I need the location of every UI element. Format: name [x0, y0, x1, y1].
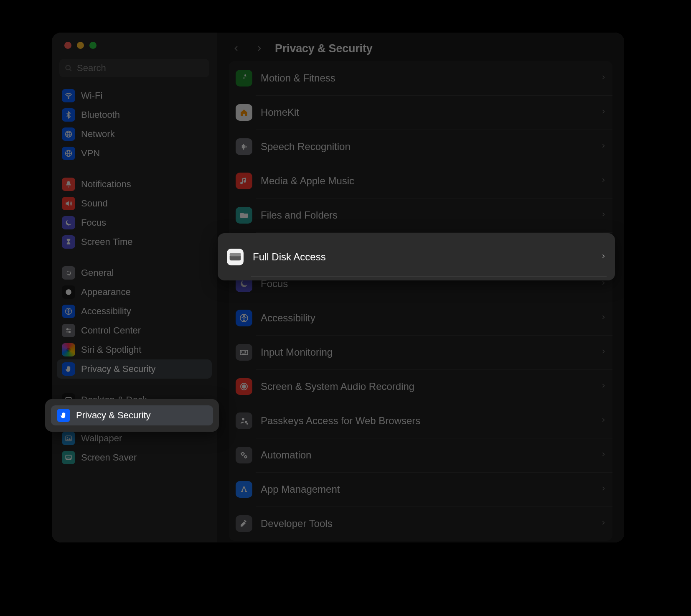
sidebar-item-label: General	[81, 268, 114, 277]
sidebar-item-privacy[interactable]: Privacy & Security	[57, 359, 212, 379]
hourglass-icon	[62, 235, 75, 249]
row-accessibility[interactable]: Accessibility	[229, 301, 612, 335]
page-title: Privacy & Security	[275, 42, 373, 55]
chevron-right-icon	[601, 484, 606, 494]
svg-point-26	[242, 385, 246, 388]
svg-rect-32	[230, 253, 241, 256]
sidebar-item-screentime[interactable]: Screen Time	[57, 232, 212, 252]
wallpaper-icon	[62, 432, 75, 445]
highlight-row-label: Full Disk Access	[253, 251, 601, 263]
sidebar-item-label: Focus	[81, 218, 106, 227]
forward-button[interactable]	[252, 42, 266, 55]
row-homekit[interactable]: HomeKit	[229, 95, 612, 130]
gears-icon	[236, 447, 252, 463]
settings-window: Wi-Fi Bluetooth Network VPN	[52, 33, 624, 542]
bluetooth-icon	[62, 108, 75, 122]
back-button[interactable]	[230, 42, 243, 55]
zoom-window-button[interactable]	[89, 42, 97, 49]
row-label: Files and Folders	[261, 209, 601, 221]
chevron-right-icon	[601, 416, 606, 426]
folder-icon	[236, 207, 252, 224]
chevron-right-icon	[601, 519, 606, 529]
svg-point-19	[244, 74, 246, 76]
sidebar-item-label: Screen Saver	[81, 453, 137, 462]
row-motion-fitness[interactable]: Motion & Fitness	[229, 61, 612, 95]
row-developer-tools[interactable]: Developer Tools	[229, 507, 612, 541]
svg-point-23	[243, 316, 244, 317]
waveform-icon	[236, 138, 252, 155]
row-speech-recognition[interactable]: Speech Recognition	[229, 130, 612, 164]
sidebar-item-screensaver[interactable]: Screen Saver	[57, 448, 212, 467]
row-screen-recording[interactable]: Screen & System Audio Recording	[229, 369, 612, 404]
search-input[interactable]	[77, 63, 204, 74]
row-label: Developer Tools	[261, 518, 601, 529]
sidebar-item-label: Wallpaper	[81, 434, 122, 443]
sliders-icon	[62, 324, 75, 337]
record-icon	[236, 378, 252, 395]
hand-icon	[57, 409, 70, 422]
window-controls	[52, 39, 217, 59]
sidebar-item-accessibility[interactable]: Accessibility	[57, 302, 212, 321]
chevron-right-icon	[601, 210, 606, 220]
chevron-right-icon	[601, 107, 606, 117]
speaker-icon	[62, 197, 75, 210]
sidebar-item-siri[interactable]: Siri & Spotlight	[57, 340, 212, 359]
person-key-icon	[236, 412, 252, 429]
row-app-management[interactable]: App Management	[229, 472, 612, 507]
row-label: Passkeys Access for Web Browsers	[261, 415, 601, 427]
search-field[interactable]	[59, 59, 209, 77]
chevron-right-icon	[601, 176, 606, 186]
sidebar-item-label: Sound	[81, 199, 108, 208]
row-label: App Management	[261, 484, 601, 495]
svg-point-27	[242, 418, 244, 420]
sidebar-item-label: Accessibility	[81, 307, 131, 316]
row-label: Motion & Fitness	[261, 72, 601, 84]
content-header: Privacy & Security	[217, 33, 624, 61]
hand-icon	[62, 362, 75, 376]
sidebar-item-notifications[interactable]: Notifications	[57, 175, 212, 194]
sidebar-item-label: Network	[81, 130, 115, 139]
chevron-right-icon	[601, 313, 606, 323]
svg-point-12	[66, 348, 71, 352]
close-window-button[interactable]	[64, 42, 71, 49]
sidebar-item-label: Notifications	[81, 180, 131, 189]
row-input-monitoring[interactable]: Input Monitoring	[229, 335, 612, 369]
minimize-window-button[interactable]	[77, 42, 84, 49]
highlight-sidebar-privacy: Privacy & Security	[45, 399, 219, 432]
music-note-icon	[236, 173, 252, 189]
screensaver-icon	[62, 451, 75, 464]
sidebar-item-label: Screen Time	[81, 237, 133, 247]
sidebar-item-vpn[interactable]: VPN	[57, 144, 212, 163]
sidebar-item-label: Siri & Spotlight	[81, 345, 141, 354]
row-media-apple-music[interactable]: Media & Apple Music	[229, 164, 612, 198]
disk-icon	[227, 249, 244, 265]
svg-point-11	[69, 331, 70, 333]
wifi-icon	[62, 89, 75, 102]
chevron-right-icon	[601, 382, 606, 392]
sidebar-item-sound[interactable]: Sound	[57, 194, 212, 213]
svg-point-30	[245, 456, 247, 458]
sidebar-item-focus[interactable]: Focus	[57, 213, 212, 232]
appearance-icon	[62, 285, 75, 299]
sidebar-item-network[interactable]: Network	[57, 125, 212, 144]
row-label: Accessibility	[261, 312, 601, 324]
row-passkeys[interactable]: Passkeys Access for Web Browsers	[229, 404, 612, 438]
svg-point-0	[66, 65, 70, 70]
chevron-right-icon	[601, 73, 606, 83]
svg-point-10	[67, 328, 68, 330]
sidebar-item-wifi[interactable]: Wi-Fi	[57, 86, 212, 105]
row-label: Media & Apple Music	[261, 175, 601, 187]
row-automation[interactable]: Automation	[229, 438, 612, 472]
sidebar-item-appearance[interactable]: Appearance	[57, 283, 212, 302]
svg-point-17	[67, 437, 68, 438]
sidebar-item-controlcenter[interactable]: Control Center	[57, 321, 212, 340]
row-files-folders[interactable]: Files and Folders	[229, 198, 612, 232]
row-label: Speech Recognition	[261, 141, 601, 153]
sidebar-item-general[interactable]: General	[57, 263, 212, 283]
search-icon	[64, 64, 73, 72]
home-icon	[236, 104, 252, 121]
svg-point-28	[245, 421, 247, 423]
sidebar-item-bluetooth[interactable]: Bluetooth	[57, 105, 212, 125]
sidebar-item-label: Bluetooth	[81, 110, 120, 120]
sidebar-item-label: Control Center	[81, 326, 141, 335]
